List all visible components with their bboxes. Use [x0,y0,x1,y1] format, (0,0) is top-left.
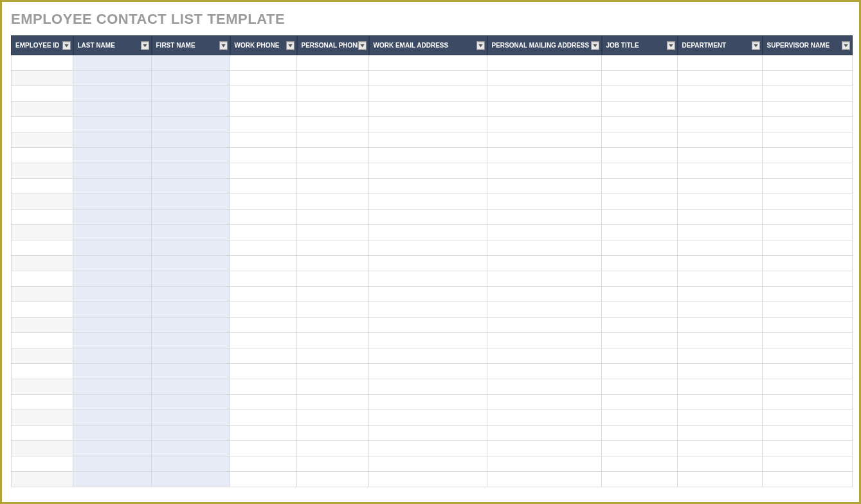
table-cell[interactable] [487,333,602,348]
table-cell[interactable] [73,318,152,333]
table-cell[interactable] [487,132,602,148]
table-cell[interactable] [152,225,230,240]
table-cell[interactable] [12,364,73,379]
table-cell[interactable] [678,379,763,395]
table-cell[interactable] [297,364,369,379]
table-cell[interactable] [487,194,602,210]
table-cell[interactable] [73,117,152,132]
table-cell[interactable] [487,426,602,441]
table-cell[interactable] [763,472,853,487]
table-cell[interactable] [763,163,853,179]
table-cell[interactable] [678,102,763,117]
table-cell[interactable] [763,102,853,117]
table-cell[interactable] [602,210,678,225]
table-cell[interactable] [369,102,487,117]
table-cell[interactable] [678,225,763,240]
table-cell[interactable] [602,194,678,210]
table-cell[interactable] [297,287,369,302]
table-cell[interactable] [297,426,369,441]
table-cell[interactable] [12,117,73,132]
table-cell[interactable] [152,194,230,210]
table-cell[interactable] [12,210,73,225]
col-header-mailing-address[interactable]: PERSONAL MAILING ADDRESS [487,36,602,55]
table-cell[interactable] [12,256,73,271]
table-cell[interactable] [230,86,297,102]
table-cell[interactable] [152,472,230,487]
table-cell[interactable] [678,441,763,456]
table-cell[interactable] [230,472,297,487]
table-cell[interactable] [73,364,152,379]
table-cell[interactable] [369,271,487,287]
table-cell[interactable] [152,302,230,318]
table-cell[interactable] [73,86,152,102]
table-cell[interactable] [230,348,297,364]
table-cell[interactable] [297,333,369,348]
table-cell[interactable] [602,472,678,487]
col-header-supervisor-name[interactable]: SUPERVISOR NAME [763,36,853,55]
table-cell[interactable] [152,71,230,86]
table-cell[interactable] [369,179,487,194]
table-cell[interactable] [73,148,152,163]
table-cell[interactable] [369,210,487,225]
table-cell[interactable] [678,210,763,225]
table-cell[interactable] [763,302,853,318]
table-cell[interactable] [152,117,230,132]
table-cell[interactable] [602,287,678,302]
table-cell[interactable] [297,379,369,395]
table-cell[interactable] [602,271,678,287]
table-cell[interactable] [73,472,152,487]
table-cell[interactable] [369,132,487,148]
table-cell[interactable] [230,456,297,472]
table-cell[interactable] [369,194,487,210]
filter-dropdown-icon[interactable] [667,41,675,50]
table-cell[interactable] [487,240,602,256]
table-cell[interactable] [297,348,369,364]
table-cell[interactable] [12,441,73,456]
col-header-job-title[interactable]: JOB TITLE [602,36,678,55]
table-cell[interactable] [678,163,763,179]
table-cell[interactable] [763,379,853,395]
table-cell[interactable] [230,117,297,132]
filter-dropdown-icon[interactable] [842,41,850,50]
table-cell[interactable] [230,441,297,456]
table-cell[interactable] [73,179,152,194]
table-cell[interactable] [152,333,230,348]
table-cell[interactable] [678,456,763,472]
table-cell[interactable] [12,225,73,240]
table-cell[interactable] [369,395,487,410]
table-cell[interactable] [487,86,602,102]
table-cell[interactable] [12,163,73,179]
table-cell[interactable] [369,148,487,163]
table-cell[interactable] [487,441,602,456]
table-cell[interactable] [73,163,152,179]
table-cell[interactable] [763,71,853,86]
filter-dropdown-icon[interactable] [286,41,295,50]
table-cell[interactable] [230,318,297,333]
table-cell[interactable] [73,271,152,287]
table-cell[interactable] [763,86,853,102]
table-cell[interactable] [487,379,602,395]
table-cell[interactable] [763,256,853,271]
table-cell[interactable] [152,456,230,472]
table-cell[interactable] [602,333,678,348]
table-cell[interactable] [297,55,369,71]
table-cell[interactable] [602,86,678,102]
table-cell[interactable] [297,71,369,86]
table-cell[interactable] [602,225,678,240]
table-cell[interactable] [487,71,602,86]
table-cell[interactable] [602,395,678,410]
table-cell[interactable] [678,179,763,194]
table-cell[interactable] [763,318,853,333]
table-cell[interactable] [152,287,230,302]
table-cell[interactable] [73,102,152,117]
table-cell[interactable] [297,302,369,318]
table-cell[interactable] [678,271,763,287]
table-cell[interactable] [12,240,73,256]
table-cell[interactable] [369,225,487,240]
table-cell[interactable] [12,379,73,395]
table-cell[interactable] [12,179,73,194]
table-cell[interactable] [230,163,297,179]
table-cell[interactable] [602,117,678,132]
table-cell[interactable] [230,148,297,163]
table-cell[interactable] [487,271,602,287]
